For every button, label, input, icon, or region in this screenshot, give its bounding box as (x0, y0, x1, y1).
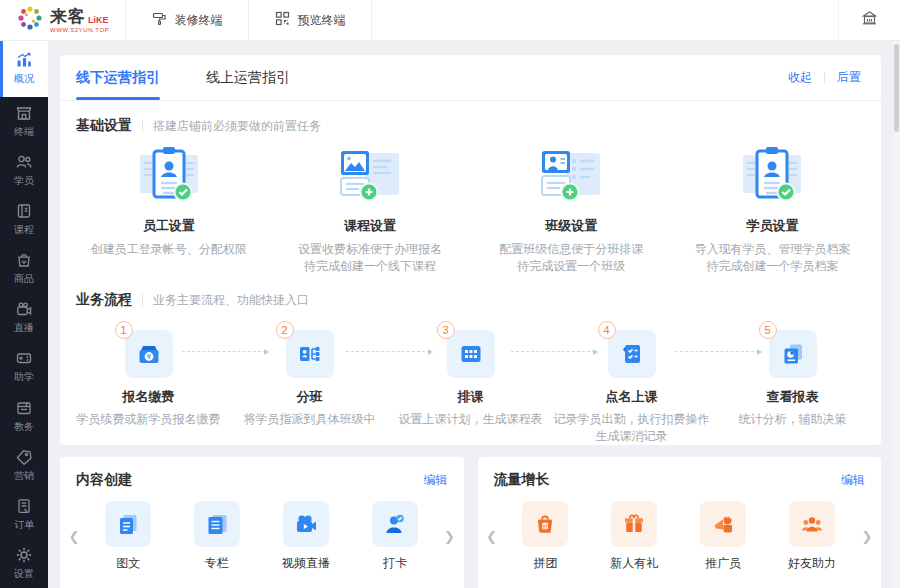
study-aid-icon (15, 349, 33, 367)
student-setup-icon (737, 145, 807, 209)
sidebar-item-goods[interactable]: 商品 (0, 244, 48, 293)
sidebar-item-students[interactable]: 学员 (0, 146, 48, 195)
courses-icon (15, 202, 33, 220)
step-number-badge: 4 (598, 321, 616, 339)
logo-domain: WWW.52YUN.TOP (50, 27, 109, 33)
column-icon (194, 501, 240, 547)
sidebar-item-settings[interactable]: 设置 (0, 539, 48, 588)
content-item-checkin[interactable]: 打卡 (372, 501, 418, 572)
step-number-badge: 2 (276, 321, 294, 339)
content-item-article[interactable]: 图文 (105, 501, 151, 572)
view-reports-icon (769, 330, 817, 378)
step-number-badge: 5 (759, 321, 777, 339)
preview-terminal-button[interactable]: 预览终端 (249, 0, 371, 40)
content-edit-link[interactable]: 编辑 (424, 472, 448, 489)
section-title: 业务流程 (76, 291, 132, 309)
home-building-icon (861, 10, 878, 30)
section-title: 基础设置 (76, 117, 132, 135)
employee-setup-icon (134, 145, 204, 209)
carousel-left-arrow[interactable]: ❮ (64, 529, 84, 544)
group-buy-icon: 拼 (522, 501, 568, 547)
goods-icon (15, 251, 33, 269)
video-live-icon (283, 501, 329, 547)
sidebar-item-orders[interactable]: 订单 (0, 490, 48, 539)
terminal-store-icon (15, 104, 33, 122)
tab-offline-guide[interactable]: 线下运营指引 (76, 55, 160, 100)
vertical-scrollbar[interactable] (893, 41, 900, 588)
task-card-course-setup[interactable]: 课程设置 设置收费标准便于办理报名 待完成创建一个线下课程 (269, 145, 470, 275)
growth-edit-link[interactable]: 编辑 (841, 472, 865, 489)
growth-item-promoter[interactable]: 推广员 (700, 501, 746, 572)
overview-chart-icon (15, 51, 33, 69)
traffic-growth-panel: 流量增长 编辑 ❮ 拼 拼团 (478, 457, 882, 588)
academic-icon (15, 399, 33, 417)
carousel-right-arrow[interactable]: ❯ (857, 529, 877, 544)
promoter-icon (700, 501, 746, 547)
sidebar-item-terminal[interactable]: 终端 (0, 97, 48, 146)
step-schedule[interactable]: 3 排课 设置上课计划，生成课程表 (390, 321, 551, 445)
workflow-steps: 1 ¥ 报名缴费 学员续费或新学员报名缴费 2 (60, 309, 881, 445)
sidebar-item-live[interactable]: 直播 (0, 293, 48, 342)
step-view-reports[interactable]: 5 查看报表 统计分析，辅助决策 (712, 321, 873, 445)
panel-title: 流量增长 (494, 471, 550, 489)
workflow-header: 业务流程 业务主要流程、功能快捷入口 (60, 275, 881, 309)
svg-text:拼: 拼 (543, 523, 548, 529)
newcomer-gift-icon (611, 501, 657, 547)
step-assign-class[interactable]: 2 分班 将学员指派到具体班级中 (229, 321, 390, 445)
task-card-class-setup[interactable]: 班级设置 配置班级信息便于分班排课 待完成设置一个班级 (471, 145, 672, 275)
qr-code-icon (275, 11, 290, 29)
sidebar-item-study-aid[interactable]: 助学 (0, 342, 48, 391)
carousel-right-arrow[interactable]: ❯ (440, 529, 460, 544)
friend-boost-icon (789, 501, 835, 547)
panel-title: 内容创建 (76, 471, 132, 489)
checkin-icon (372, 501, 418, 547)
task-card-employee-setup[interactable]: 员工设置 创建员工登录帐号、分配权限 (68, 145, 269, 275)
basic-settings-cards: 员工设置 创建员工登录帐号、分配权限 (60, 135, 881, 275)
settings-gear-icon (15, 546, 33, 564)
enroll-pay-icon: ¥ (125, 330, 173, 378)
growth-carousel: ❮ 拼 拼团 (478, 489, 882, 572)
orders-icon (15, 497, 33, 515)
step-number-badge: 1 (115, 321, 133, 339)
step-roll-call[interactable]: 4 点名上课 记录学员出勤，执行扣费操作 生成课消记录 (551, 321, 712, 445)
top-bar: 来客 LiKE WWW.52YUN.TOP 装修终端 预览终端 (0, 0, 900, 41)
logo-mark: LiKE (88, 16, 109, 25)
svg-text:¥: ¥ (146, 352, 151, 361)
tab-online-guide[interactable]: 线上运营指引 (206, 55, 290, 100)
paint-roller-icon (152, 11, 167, 29)
growth-item-newcomer-gift[interactable]: 新人有礼 (610, 501, 658, 572)
scrollbar-thumb[interactable] (894, 44, 899, 132)
main-content: 线下运营指引 线上运营指引 收起 后置 基础设置 搭建店铺前必须要做的前置任务 (48, 41, 893, 588)
students-icon (15, 153, 33, 171)
section-subtitle: 搭建店铺前必须要做的前置任务 (153, 118, 321, 135)
content-creation-panel: 内容创建 编辑 ❮ 图文 (60, 457, 464, 588)
step-number-badge: 3 (437, 321, 455, 339)
content-item-column[interactable]: 专栏 (194, 501, 240, 572)
sidebar-item-marketing[interactable]: 营销 (0, 441, 48, 490)
content-carousel: ❮ 图文 (60, 489, 464, 572)
sidebar-nav: 概况 终端 学员 课程 商品 直播 助学 (0, 41, 48, 588)
decorate-terminal-button[interactable]: 装修终端 (126, 0, 248, 40)
collapse-link[interactable]: 收起 (788, 69, 812, 86)
step-enroll-pay[interactable]: 1 ¥ 报名缴费 学员续费或新学员报名缴费 (68, 321, 229, 445)
class-setup-icon (536, 145, 606, 209)
logo-title: 来客 LiKE (50, 8, 109, 25)
growth-item-group-buy[interactable]: 拼 拼团 (522, 501, 568, 572)
growth-item-friend-boost[interactable]: 好友助力 (788, 501, 836, 572)
sidebar-item-overview[interactable]: 概况 (0, 41, 48, 97)
guide-panel: 线下运营指引 线上运营指引 收起 后置 基础设置 搭建店铺前必须要做的前置任务 (60, 55, 881, 445)
task-card-student-setup[interactable]: 学员设置 导入现有学员、管理学员档案 待完成创建一个学员档案 (672, 145, 873, 275)
sidebar-item-academic[interactable]: 教务 (0, 391, 48, 440)
carousel-left-arrow[interactable]: ❮ (482, 529, 502, 544)
app-logo[interactable]: 来客 LiKE WWW.52YUN.TOP (0, 0, 125, 40)
basic-settings-header: 基础设置 搭建店铺前必须要做的前置任务 (60, 101, 881, 135)
live-camera-icon (15, 300, 33, 318)
article-icon (105, 501, 151, 547)
logo-flower-icon (16, 4, 44, 36)
marketing-tag-icon (15, 448, 33, 466)
roll-call-icon (608, 330, 656, 378)
home-shop-button[interactable] (839, 0, 900, 40)
content-item-video-live[interactable]: 视频直播 (282, 501, 330, 572)
postpone-link[interactable]: 后置 (837, 69, 861, 86)
sidebar-item-courses[interactable]: 课程 (0, 195, 48, 244)
